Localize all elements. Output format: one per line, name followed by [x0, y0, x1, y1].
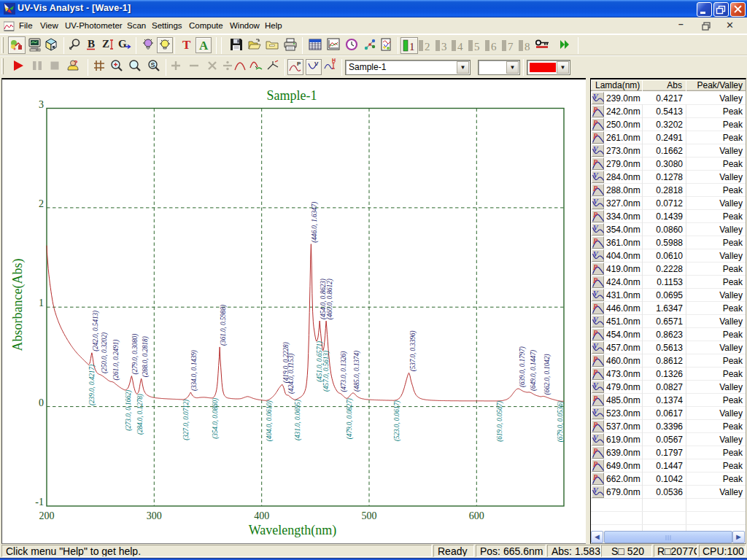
svg-text:(424.0, 0.1153): (424.0, 0.1153) — [287, 354, 295, 394]
svg-text:8: 8 — [525, 41, 530, 52]
svg-text:(239.0, 0.4217): (239.0, 0.4217) — [88, 365, 96, 405]
svg-text:(473.0, 0.1326): (473.0, 0.1326) — [340, 351, 348, 392]
svg-text:(261.0, 0.2491): (261.0, 0.2491) — [112, 340, 120, 381]
svg-text:P: P — [593, 460, 598, 468]
svg-text:(279.0, 0.3080): (279.0, 0.3080) — [131, 334, 139, 375]
svg-text:(242.0, 0.5413): (242.0, 0.5413) — [92, 311, 100, 351]
svg-text:B: B — [88, 38, 95, 50]
svg-text:Wavelength(nm): Wavelength(nm) — [249, 523, 337, 538]
svg-text:P: P — [593, 276, 598, 284]
svg-text:(431.0, 0.0695): (431.0, 0.0695) — [294, 400, 302, 440]
svg-text:6: 6 — [491, 41, 497, 52]
svg-text:P: P — [593, 132, 598, 140]
svg-text:(460.0, 0.8612): (460.0, 0.8612) — [326, 279, 334, 319]
svg-text:P: P — [593, 394, 598, 402]
svg-text:P: P — [593, 119, 598, 127]
svg-text:3: 3 — [39, 99, 44, 110]
svg-text:(639.0, 0.1797): (639.0, 0.1797) — [519, 346, 527, 387]
svg-text:P: P — [593, 211, 598, 219]
svg-text:(446.0, 1.6347): (446.0, 1.6347) — [311, 202, 319, 243]
svg-text:P: P — [593, 263, 598, 271]
svg-text:1: 1 — [409, 41, 415, 52]
svg-text:(273.0, 0.1662): (273.0, 0.1662) — [125, 390, 133, 431]
svg-text:(334.0, 0.1439): (334.0, 0.1439) — [190, 350, 198, 391]
svg-text:P: P — [593, 368, 598, 376]
svg-text:-1: -1 — [35, 497, 44, 508]
svg-text:A: A — [199, 39, 209, 52]
svg-text:5: 5 — [474, 41, 480, 52]
svg-text:P: P — [593, 329, 598, 337]
svg-text:P: P — [593, 106, 598, 114]
svg-text:(523.0, 0.0617): (523.0, 0.0617) — [393, 400, 401, 441]
svg-text:G: G — [118, 38, 127, 50]
svg-text:P: P — [593, 184, 598, 192]
svg-text:P: P — [593, 303, 598, 311]
svg-text:3: 3 — [441, 41, 447, 52]
svg-text:Sample-1: Sample-1 — [267, 88, 317, 103]
svg-text:V: V — [314, 61, 319, 67]
svg-text:(679.0, 0.0536): (679.0, 0.0536) — [557, 401, 565, 442]
svg-text:(479.0, 0.0827): (479.0, 0.0827) — [346, 398, 354, 439]
svg-text:2: 2 — [425, 41, 430, 52]
svg-text:(537.0, 0.3396): (537.0, 0.3396) — [409, 330, 417, 371]
svg-text:1: 1 — [39, 298, 44, 308]
svg-text:500: 500 — [362, 510, 377, 521]
svg-text:7: 7 — [508, 41, 514, 52]
svg-text:(250.0, 0.3202): (250.0, 0.3202) — [101, 332, 109, 373]
svg-text:T: T — [182, 38, 191, 52]
svg-text:Z: Z — [102, 38, 109, 50]
svg-text:300: 300 — [147, 510, 162, 521]
svg-text:(288.0, 0.2818): (288.0, 0.2818) — [142, 336, 150, 377]
svg-text:S: S — [151, 61, 155, 69]
svg-text:(404.0, 0.0610): (404.0, 0.0610) — [266, 400, 274, 441]
svg-text:(354.0, 0.0860): (354.0, 0.0860) — [212, 398, 220, 439]
svg-text:(327.0, 0.0712): (327.0, 0.0712) — [182, 400, 190, 440]
svg-text:4: 4 — [457, 41, 463, 52]
svg-text:(361.0, 0.5988): (361.0, 0.5988) — [220, 305, 228, 346]
svg-text:(662.0, 0.1042): (662.0, 0.1042) — [543, 354, 551, 395]
svg-text:P: P — [593, 473, 598, 481]
svg-text:400: 400 — [254, 510, 269, 521]
svg-text:(284.0, 0.1278): (284.0, 0.1278) — [136, 394, 144, 435]
svg-text:P: P — [593, 355, 598, 363]
svg-text:P: P — [593, 447, 598, 455]
svg-text:600: 600 — [469, 510, 484, 521]
svg-text:?: ? — [74, 59, 78, 66]
svg-text:2: 2 — [39, 198, 44, 209]
svg-text:P: P — [593, 421, 598, 429]
svg-text:(485.0, 0.1374): (485.0, 0.1374) — [353, 351, 361, 392]
svg-text:P: P — [593, 158, 598, 166]
svg-text:P: P — [593, 237, 598, 245]
svg-text:(649.0, 0.1447): (649.0, 0.1447) — [530, 350, 538, 391]
svg-text:H: H — [332, 58, 336, 63]
svg-text:0: 0 — [39, 397, 44, 408]
svg-text:(457.0, 0.5613): (457.0, 0.5613) — [322, 351, 330, 392]
svg-text:Absorbance(Abs): Absorbance(Abs) — [10, 259, 26, 351]
svg-text:(619.0, 0.0567): (619.0, 0.0567) — [496, 401, 504, 442]
svg-text:200: 200 — [39, 510, 55, 521]
svg-text:P: P — [297, 61, 301, 67]
